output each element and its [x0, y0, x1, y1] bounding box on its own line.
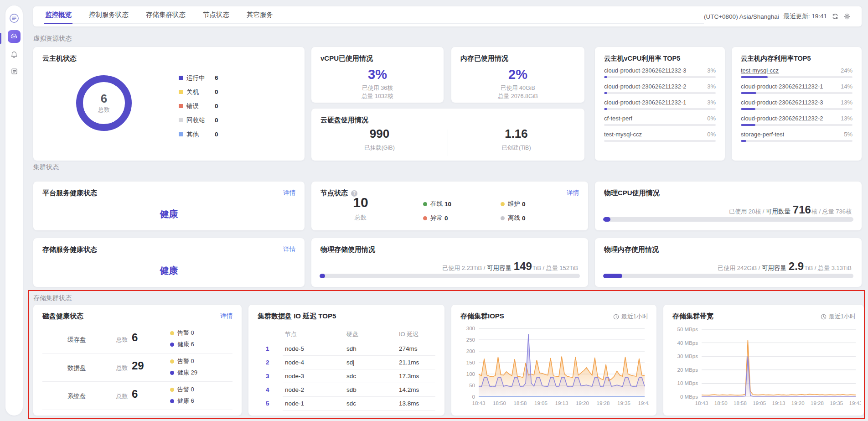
svg-text:50 MBps: 50 MBps [677, 327, 698, 332]
io-latency-card: 集群数据盘 IO 延迟 TOP5 节点 硬盘 IO 延迟 1node-5sdh2… [248, 305, 444, 416]
io-rank: 1 [266, 345, 269, 352]
physical-memory-title: 物理内存使用情况 [604, 245, 659, 254]
legend-dot [170, 399, 174, 403]
vm-legend-item: 其他0 [179, 127, 218, 141]
collapse-menu-icon[interactable] [9, 13, 20, 24]
physical-memory-progress-fill [603, 274, 622, 278]
node-legend-item: 离线0 [501, 214, 526, 222]
top5-name[interactable]: cloud-product-230626211232-2 [604, 83, 686, 90]
volume-usage-card: 云硬盘使用情况 990 已挂载(GiB) 1.16 已创建(TiB) [311, 109, 584, 161]
top5-name[interactable]: cloud-product-230626211232-1 [604, 99, 686, 106]
tab-5[interactable]: 其它服务 [246, 6, 274, 23]
svg-text:18:50: 18:50 [714, 400, 728, 406]
alarm-bell-icon[interactable] [9, 49, 20, 60]
top5-bar-fill [741, 124, 755, 126]
tab-1[interactable]: 监控概览 [44, 6, 72, 23]
io-rank: 4 [266, 386, 269, 393]
top5-percent: 0% [707, 115, 716, 122]
disk-row-legend: 告警 0健康 6 [170, 385, 194, 405]
svg-text:18:58: 18:58 [734, 400, 747, 406]
io-rank: 2 [266, 359, 269, 366]
svg-text:100: 100 [466, 371, 475, 377]
svg-text:19:28: 19:28 [597, 400, 610, 406]
disk-health-row: 数据盘总数29告警 0健康 29 [42, 353, 232, 382]
legend-label: 健康 29 [177, 369, 197, 377]
top5-bar [741, 124, 852, 126]
top5-percent: 5% [844, 131, 852, 138]
node-legend-item: 维护0 [501, 200, 526, 208]
disk-health-detail-link[interactable]: 详情 [220, 312, 232, 320]
svg-text:300: 300 [466, 326, 475, 331]
gear-icon[interactable] [843, 13, 851, 20]
top5-name[interactable]: test-mysql-ccz [604, 131, 642, 138]
io-node: node-3 [285, 373, 304, 379]
node-total-block: 10 总数 [338, 195, 383, 222]
legend-dot [170, 359, 174, 364]
top5-line: cloud-product-230626211232-33% [604, 67, 716, 74]
vcpu-top5-card: 云主机vCPU利用率 TOP5 cloud-product-2306262112… [595, 47, 725, 161]
node-legend-item: 在线10 [423, 200, 451, 208]
disk-total-label: 总数 [116, 393, 128, 400]
monitor-dashboard-icon[interactable] [8, 30, 21, 43]
platform-health-title: 平台服务健康状态 [42, 189, 97, 198]
top5-name[interactable]: cloud-product-230626211232-1 [741, 83, 823, 90]
top5-item: cloud-product-230626211232-313% [741, 99, 852, 110]
refresh-icon[interactable] [832, 13, 839, 20]
legend-swatch [179, 118, 183, 122]
disk-health-row: 缓存盘总数6告警 0健康 6 [42, 325, 232, 353]
vm-legend-item: 运行中6 [179, 71, 218, 85]
disk-healthy-legend: 健康 6 [170, 340, 194, 348]
memory-usage-title: 内存已使用情况 [460, 54, 508, 63]
tab-3[interactable]: 存储集群状态 [145, 6, 186, 23]
iops-chart-range: 最近1小时 [613, 312, 648, 321]
tab-4[interactable]: 节点状态 [202, 6, 230, 23]
legend-label: 告警 0 [177, 385, 194, 394]
top5-name[interactable]: storage-perf-test [741, 131, 784, 138]
svg-text:40 MBps: 40 MBps [677, 340, 698, 346]
top5-item: cloud-product-230626211232-213% [741, 115, 852, 126]
io-latency-value: 21.1ms [399, 359, 419, 366]
legend-label: 关机 [186, 88, 215, 96]
svg-text:10 MBps: 10 MBps [677, 380, 698, 386]
disk-total-label: 总数 [116, 336, 128, 344]
top5-line: storage-perf-test5% [741, 131, 852, 138]
legend-value: 0 [215, 103, 218, 109]
io-latency-value: 14.2ms [399, 386, 419, 393]
top5-bar-fill [604, 92, 607, 94]
top5-name[interactable]: test-mysql-ccz [741, 67, 779, 74]
memory-used-label: 已使用 40GiB [451, 84, 584, 92]
tab-2[interactable]: 控制服务状态 [88, 6, 129, 23]
physical-cpu-usage-line: 已使用 20核 / 可用数量 716核 / 总量 736核 [729, 203, 852, 216]
legend-dot [501, 202, 505, 206]
last-update-label: 最近更新: 19:41 [784, 12, 827, 21]
node-status-detail-link[interactable]: 详情 [567, 189, 579, 197]
top5-percent: 24% [841, 67, 852, 74]
svg-text:19:05: 19:05 [534, 400, 548, 406]
legend-value: 0 [444, 215, 448, 222]
svg-text:19:20: 19:20 [791, 400, 805, 406]
sidebar [5, 5, 23, 416]
top5-bar [741, 76, 852, 78]
storage-health-detail-link[interactable]: 详情 [283, 245, 295, 254]
top5-percent: 13% [841, 115, 852, 122]
top5-name[interactable]: cf-test-perf [604, 115, 632, 122]
io-latency-value: 274ms [399, 345, 418, 352]
svg-text:0: 0 [472, 394, 475, 400]
legend-swatch [179, 90, 183, 94]
svg-text:0 MBps: 0 MBps [680, 394, 698, 400]
io-col-node: 节点 [285, 330, 297, 338]
platform-health-detail-link[interactable]: 详情 [283, 189, 295, 197]
node-legend-item: 异常0 [423, 214, 448, 222]
vcpu-top5-title: 云主机vCPU利用率 TOP5 [604, 54, 680, 63]
volume-attached-value: 990 [311, 127, 448, 140]
top5-bar [604, 108, 716, 110]
top5-name[interactable]: cloud-product-230626211232-3 [741, 99, 823, 106]
volume-created-label: 已创建(TiB) [448, 144, 584, 152]
report-list-icon[interactable] [9, 66, 20, 77]
disk-alarm-legend: 告警 0 [170, 385, 194, 394]
top5-name[interactable]: cloud-product-230626211232-2 [741, 115, 823, 122]
physical-storage-title: 物理存储使用情况 [320, 245, 375, 254]
timezone-label: (UTC+0800) Asia/Shanghai [704, 13, 779, 20]
top5-name[interactable]: cloud-product-230626211232-3 [604, 67, 686, 74]
top5-bar [741, 140, 852, 142]
